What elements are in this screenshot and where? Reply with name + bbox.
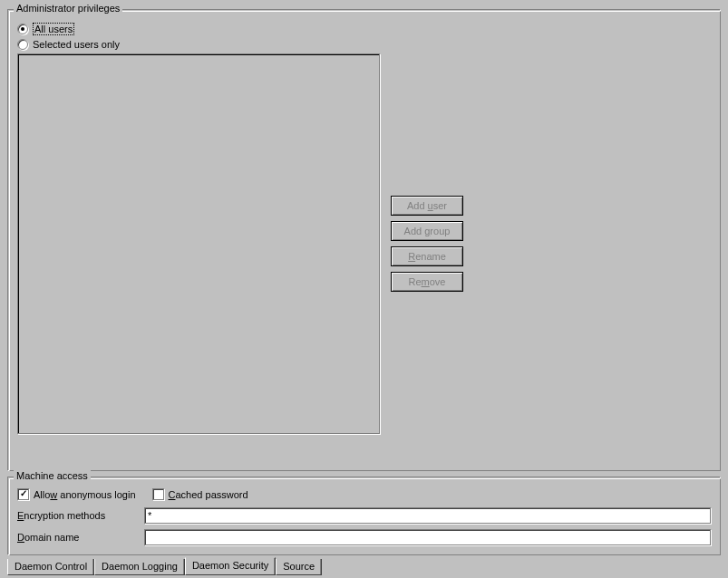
add-group-button[interactable]: Add group	[391, 221, 463, 241]
encryption-methods-input[interactable]	[144, 507, 711, 524]
bottom-tab-strip: Daemon Control Daemon Logging Daemon Sec…	[7, 558, 721, 575]
admin-privileges-group: Administrator privileges All users Selec…	[7, 9, 721, 471]
cached-password-checkbox[interactable]: Cached password	[152, 488, 248, 500]
user-buttons-column: Add user Add group Rename Remove	[391, 53, 463, 434]
radio-icon	[17, 24, 28, 34]
machine-legend: Machine access	[14, 470, 91, 481]
radio-all-users[interactable]: All users	[17, 23, 711, 35]
tab-source[interactable]: Source	[276, 559, 322, 575]
checkbox-icon	[17, 488, 29, 500]
allow-anonymous-checkbox[interactable]: Allow anonymous login	[17, 488, 136, 500]
tab-daemon-control[interactable]: Daemon Control	[7, 559, 94, 575]
tab-daemon-logging[interactable]: Daemon Logging	[94, 559, 185, 575]
rename-button[interactable]: Rename	[391, 246, 463, 266]
radio-all-users-label: All users	[33, 23, 74, 35]
remove-button[interactable]: Remove	[391, 272, 463, 292]
radio-icon	[17, 39, 28, 50]
tab-daemon-security[interactable]: Daemon Security	[185, 557, 276, 575]
domain-name-input[interactable]	[144, 529, 711, 545]
admin-legend: Administrator privileges	[14, 3, 122, 14]
radio-selected-users[interactable]: Selected users only	[17, 39, 711, 50]
add-user-button[interactable]: Add user	[391, 196, 463, 216]
encryption-methods-label: Encryption methods	[17, 510, 144, 521]
radio-selected-users-label: Selected users only	[33, 39, 120, 50]
checkbox-icon	[152, 488, 164, 500]
cached-password-label: Cached password	[169, 489, 248, 500]
machine-access-group: Machine access Allow anonymous login Cac…	[7, 477, 721, 555]
domain-name-label: Domain name	[17, 532, 144, 543]
users-listbox[interactable]	[17, 53, 380, 434]
allow-anonymous-label: Allow anonymous login	[34, 489, 136, 500]
